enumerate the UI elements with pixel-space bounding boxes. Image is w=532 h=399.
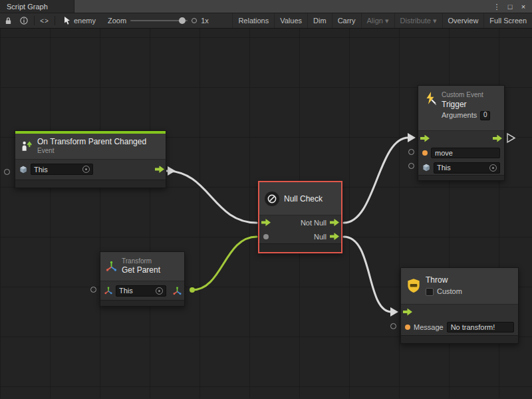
button-label: Align: [367, 17, 383, 25]
node-port-row: Not Null: [259, 215, 341, 229]
graph-toolbar: <> enemy Zoom 1x Relations Values Dim Ca…: [0, 13, 532, 29]
zoom-slider[interactable]: [130, 20, 188, 21]
dangling-output-arrow: [507, 134, 515, 142]
value-port-circle[interactable]: [90, 287, 96, 293]
cube-icon: [422, 164, 430, 172]
message-value: No transform!: [451, 323, 495, 331]
not-null-output-port[interactable]: [330, 219, 339, 226]
null-check-icon: [265, 192, 279, 206]
node-category: Custom Event: [442, 91, 490, 100]
control-input-port[interactable]: [261, 219, 271, 226]
node-header: Throw Custom: [401, 268, 518, 305]
node-title: Get Parent: [122, 265, 160, 275]
connection-notnull-to-trigger[interactable]: [344, 138, 408, 223]
tab-script-graph[interactable]: Script Graph: [0, 0, 74, 13]
node-subtitle: Event: [37, 147, 146, 156]
zoom-slider-handle[interactable]: [179, 17, 186, 24]
node-header: Null Check: [259, 182, 341, 215]
distribute-button[interactable]: Distribute▾: [394, 13, 442, 28]
toolbar-separator: [34, 16, 35, 25]
control-output-port[interactable]: [155, 166, 164, 173]
transform-event-icon: [21, 140, 33, 152]
chevron-down-icon: ▾: [385, 17, 389, 25]
node-get-parent[interactable]: Transform Get Parent This: [100, 251, 185, 307]
graph-canvas[interactable]: On Transform Parent Changed Event This: [0, 29, 532, 398]
node-header: Custom Event Trigger Arguments 0: [418, 86, 504, 131]
node-header: On Transform Parent Changed Event: [15, 134, 166, 160]
target-dropdown[interactable]: This: [434, 162, 500, 174]
close-icon[interactable]: ×: [517, 1, 529, 12]
node-throw[interactable]: Throw Custom Message No transform!: [400, 267, 519, 344]
info-icon[interactable]: [16, 13, 32, 28]
node-trigger-custom-event[interactable]: Custom Event Trigger Arguments 0 move: [418, 85, 505, 181]
node-port-row: [401, 305, 518, 319]
connection-start-arrow: [168, 166, 176, 176]
value-input-port[interactable]: [263, 234, 269, 239]
node-title: On Transform Parent Changed: [37, 137, 146, 147]
control-input-port[interactable]: [403, 309, 412, 316]
node-footer: [418, 175, 504, 180]
target-dropdown[interactable]: This: [31, 164, 93, 175]
arguments-value[interactable]: 0: [480, 111, 490, 120]
transform-output-port[interactable]: [173, 287, 182, 295]
custom-checkbox[interactable]: [426, 288, 434, 296]
message-value-port[interactable]: [405, 325, 410, 330]
transform-port-icon: [104, 287, 112, 295]
target-value: This: [119, 287, 133, 295]
graph-asset[interactable]: enemy: [57, 17, 102, 25]
cube-icon: [19, 166, 27, 174]
connection-getparent-to-nullcheck[interactable]: [192, 237, 257, 290]
connection-null-to-throw[interactable]: [344, 237, 392, 312]
align-button[interactable]: Align▾: [361, 13, 394, 28]
relations-button[interactable]: Relations: [232, 13, 274, 28]
node-footer: [259, 243, 341, 252]
node-on-transform-parent-changed[interactable]: On Transform Parent Changed Event This: [15, 130, 166, 188]
button-label: Relations: [238, 17, 269, 25]
zoom-reset-icon[interactable]: [192, 18, 197, 23]
event-name-field[interactable]: move: [431, 148, 500, 158]
lock-icon[interactable]: [0, 13, 16, 28]
event-name-value: move: [435, 149, 453, 157]
values-button[interactable]: Values: [274, 13, 307, 28]
object-picker-icon[interactable]: [82, 166, 90, 173]
message-field[interactable]: No transform!: [447, 322, 514, 332]
toolbar-buttons: Relations Values Dim Carry Align▾ Distri…: [232, 13, 532, 28]
control-output-port[interactable]: [493, 135, 502, 142]
node-port-row: move: [418, 146, 504, 160]
maximize-icon[interactable]: □: [504, 1, 516, 12]
object-picker-icon[interactable]: [489, 164, 497, 172]
target-dropdown[interactable]: This: [116, 285, 166, 297]
node-null-check[interactable]: Null Check Not Null Null: [258, 181, 342, 253]
value-port-circle[interactable]: [390, 323, 396, 329]
node-header: Transform Get Parent: [100, 252, 184, 281]
button-label: Full Screen: [489, 17, 527, 25]
graph-name: enemy: [74, 17, 96, 25]
overview-button[interactable]: Overview: [442, 13, 484, 28]
button-label: Dim: [313, 17, 327, 25]
script-graph-window: Script Graph ⋮ □ × <> enemy Zoom: [0, 0, 532, 399]
value-port-circle[interactable]: [408, 163, 414, 169]
transform-icon: [106, 261, 117, 272]
node-port-row: [418, 131, 504, 146]
target-value: This: [437, 164, 451, 172]
node-footer: [401, 335, 518, 343]
null-output-port[interactable]: [330, 233, 339, 240]
carry-button[interactable]: Carry: [332, 13, 361, 28]
value-port-circle[interactable]: [408, 149, 414, 155]
arguments-row: Arguments 0: [442, 111, 490, 120]
node-port-row: Message No transform!: [401, 319, 518, 335]
object-picker-icon[interactable]: [156, 287, 163, 295]
control-input-port[interactable]: [420, 135, 430, 142]
tab-title: Script Graph: [7, 3, 48, 11]
port-label: Not Null: [301, 219, 327, 227]
fullscreen-button[interactable]: Full Screen: [483, 13, 532, 28]
code-icon[interactable]: <>: [37, 13, 53, 28]
name-value-port[interactable]: [422, 150, 428, 156]
throw-icon: [406, 278, 421, 294]
dim-button[interactable]: Dim: [307, 13, 332, 28]
kebab-menu-icon[interactable]: ⋮: [491, 1, 503, 12]
custom-label: Custom: [437, 287, 462, 297]
value-port-circle[interactable]: [4, 169, 10, 175]
window-controls: ⋮ □ ×: [491, 0, 532, 13]
connection-event-to-nullcheck[interactable]: [166, 171, 257, 223]
